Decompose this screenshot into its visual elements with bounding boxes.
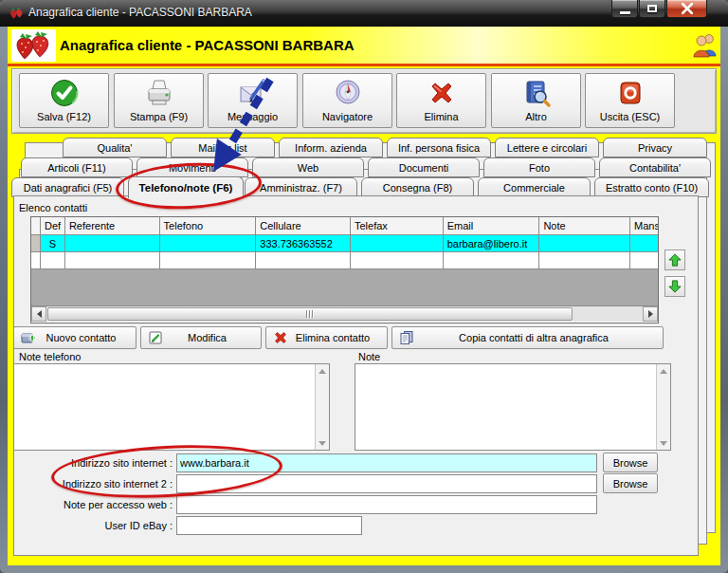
delete-button[interactable]: Elimina: [396, 73, 486, 128]
tab-dati-anagrafici[interactable]: Dati anagrafici (F5): [11, 177, 124, 197]
col-header-cellulare: Cellulare: [256, 217, 351, 235]
tab-commerciale[interactable]: Commerciale: [478, 177, 591, 197]
tab-privacy[interactable]: Privacy: [603, 138, 707, 157]
contacts-section-label: Elenco contatti: [19, 202, 87, 213]
scroll-right-button[interactable]: [643, 306, 658, 322]
window-title: Anagrafica cliente - PACASSONI BARBARA: [28, 6, 252, 19]
delete-label: Elimina: [397, 111, 485, 122]
arrow-right-icon: [648, 310, 653, 318]
tab-amministraz[interactable]: Amministraz. (F7): [245, 177, 357, 197]
cell-cellulare: [256, 252, 351, 269]
red-x-icon: [427, 78, 457, 108]
scroll-up-button[interactable]: [317, 365, 328, 377]
arrow-up-icon: [318, 369, 326, 374]
strawberry-icon: [11, 29, 56, 62]
customers-icon[interactable]: [692, 31, 719, 58]
tab-foto[interactable]: Foto: [483, 157, 595, 177]
print-label: Stampa (F9): [115, 111, 203, 122]
maximize-icon: [647, 5, 657, 12]
scroll-left-button[interactable]: [31, 306, 46, 322]
exit-button[interactable]: Uscita (ESC): [585, 73, 675, 128]
web-access-label: Note per accesso web :: [19, 499, 173, 510]
message-button[interactable]: Messaggio: [208, 73, 298, 128]
cell-referente: [65, 252, 160, 269]
tab-articoli[interactable]: Articoli (F11): [21, 157, 133, 177]
close-icon: [682, 3, 693, 14]
contacts-table[interactable]: Def Referente Telefono Cellulare Telefax…: [30, 216, 659, 323]
cell-note: [539, 235, 630, 252]
grip-icon: [312, 310, 313, 318]
ebay-input[interactable]: [176, 516, 362, 535]
tab-consegna[interactable]: Consegna (F8): [361, 177, 474, 197]
cell-note: [539, 252, 630, 269]
edit-contact-button[interactable]: Modifica: [140, 326, 262, 349]
col-header-referente: Referente: [65, 217, 160, 235]
close-button[interactable]: [666, 0, 707, 18]
edit-icon: [148, 330, 163, 345]
note-telefono-label: Note telefono: [19, 351, 81, 362]
cell-def: [41, 252, 65, 269]
tab-mailing-list[interactable]: Mailing list: [171, 138, 275, 157]
arrow-down-icon: [660, 441, 667, 446]
copy-icon: [399, 330, 414, 345]
power-icon: [615, 78, 646, 108]
cell-telefax: [351, 252, 444, 269]
copy-contacts-label: Copia contatti di altra anagrafica: [414, 332, 663, 343]
note-telefono-textarea[interactable]: [13, 363, 330, 451]
col-header-email: Email: [444, 217, 540, 235]
tab-estratto-conto[interactable]: Estratto conto (F10): [594, 177, 709, 197]
new-contact-button[interactable]: Nuovo contatto: [13, 326, 136, 349]
row-selector-cell[interactable]: [31, 235, 41, 252]
ebay-label: User ID eBay :: [19, 520, 173, 531]
maximize-button[interactable]: [639, 0, 665, 18]
table-horizontal-scrollbar[interactable]: [31, 306, 658, 322]
tab-inf-persona-fisica[interactable]: Inf. persona fisica: [387, 138, 491, 157]
minimize-button[interactable]: [611, 0, 638, 18]
cell-referente: [65, 235, 160, 252]
move-row-down-button[interactable]: [664, 276, 685, 297]
cell-cellulare: 333.736363552: [256, 235, 351, 252]
web-access-input[interactable]: [176, 495, 597, 514]
scroll-down-button[interactable]: [658, 437, 669, 449]
scroll-track[interactable]: [46, 306, 643, 322]
cell-telefax: [351, 235, 444, 252]
internet2-browse-button[interactable]: Browse: [603, 473, 658, 493]
book-magnifier-icon: [521, 78, 552, 108]
tab-web[interactable]: Web: [252, 157, 364, 177]
move-row-up-button[interactable]: [664, 250, 685, 270]
delete-contact-button[interactable]: Elimina contatto: [265, 326, 388, 349]
scroll-up-button[interactable]: [658, 365, 669, 377]
save-label: Salva (F12): [20, 111, 108, 122]
minimize-icon: [620, 11, 630, 14]
delete-contact-icon: [273, 330, 288, 345]
note-textarea[interactable]: [355, 363, 671, 451]
contact-row-selected[interactable]: S 333.736363552 barbara@libero.it: [31, 235, 658, 252]
scroll-down-button[interactable]: [317, 437, 328, 449]
tab-inform-azienda[interactable]: Inform. azienda: [279, 138, 383, 157]
internet1-browse-button[interactable]: Browse: [603, 453, 658, 472]
tab-documenti[interactable]: Documenti: [368, 157, 480, 177]
exit-label: Uscita (ESC): [586, 111, 674, 122]
app-icon: [9, 6, 24, 21]
tab-contabilita[interactable]: Contabilita': [599, 157, 711, 177]
note-telefono-scrollbar[interactable]: [315, 364, 329, 450]
scroll-thumb[interactable]: [47, 307, 573, 321]
col-header-telefono: Telefono: [160, 217, 257, 235]
copy-contacts-button[interactable]: Copia contatti di altra anagrafica: [391, 326, 664, 349]
arrow-left-icon: [37, 310, 42, 318]
other-button[interactable]: Altro: [491, 73, 581, 128]
page-title: Anagrafica cliente - PACASSONI BARBARA: [60, 37, 355, 53]
print-button[interactable]: Stampa (F9): [114, 73, 204, 128]
row-selector-cell: [31, 252, 41, 269]
tab-qualita[interactable]: Qualita': [63, 138, 167, 157]
cell-telefono: [160, 235, 257, 252]
col-header-def: Def: [41, 217, 65, 235]
strawberry-logo-box: [11, 29, 56, 62]
navigator-button[interactable]: Navigatore: [302, 73, 392, 128]
tab-lettere-circolari[interactable]: Lettere e circolari: [495, 138, 599, 157]
contact-row-empty[interactable]: [31, 252, 658, 269]
grip-icon: [309, 310, 310, 318]
save-button[interactable]: Salva (F12): [19, 73, 109, 128]
arrow-up-icon: [660, 369, 667, 374]
note-scrollbar[interactable]: [656, 364, 670, 450]
